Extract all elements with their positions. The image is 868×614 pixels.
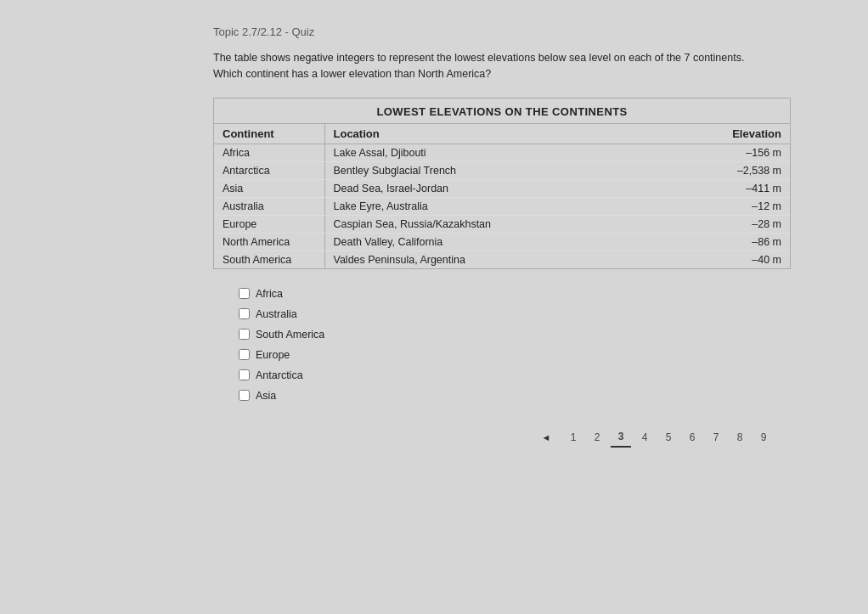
cell-location: Caspian Sea, Russia/Kazakhstan	[324, 215, 545, 233]
option-label: Antarctica	[256, 369, 303, 381]
option-checkbox[interactable]	[239, 329, 250, 340]
answer-option-item[interactable]: Antarctica	[239, 369, 791, 381]
answer-option-item[interactable]: South America	[239, 329, 791, 341]
table-row: Africa Lake Assal, Djibouti –156 m	[214, 144, 790, 161]
table-row: South America Valdes Peninsula, Argentin…	[214, 251, 790, 268]
answer-option-item[interactable]: Australia	[239, 308, 791, 320]
topic-title: Topic 2.7/2.12 - Quiz	[213, 25, 791, 38]
answer-option-item[interactable]: Asia	[239, 390, 791, 402]
option-checkbox[interactable]	[239, 308, 250, 319]
cell-location: Valdes Peninsula, Argentina	[324, 251, 545, 268]
page-btn-1[interactable]: 1	[563, 427, 583, 448]
cell-elevation: –40 m	[545, 251, 790, 268]
page-btn-3[interactable]: 3	[611, 427, 631, 448]
cell-continent: Europe	[214, 215, 324, 233]
page-btn-9[interactable]: 9	[753, 427, 774, 448]
cell-location: Lake Assal, Djibouti	[324, 144, 545, 161]
pagination-prev[interactable]: ◄	[536, 427, 556, 448]
col-header-continent: Continent	[214, 124, 324, 144]
elevations-table: Continent Location Elevation Africa Lake…	[214, 124, 790, 268]
cell-elevation: –86 m	[545, 233, 790, 251]
option-checkbox[interactable]	[239, 349, 250, 360]
answer-option-item[interactable]: Africa	[239, 288, 791, 300]
cell-elevation: –411 m	[545, 179, 790, 197]
cell-elevation: –2,538 m	[545, 161, 790, 179]
instructions: The table shows negative integers to rep…	[213, 50, 791, 82]
option-label: Europe	[256, 349, 290, 361]
table-row: Antarctica Bentley Subglacial Trench –2,…	[214, 161, 790, 179]
table-row: Australia Lake Eyre, Australia –12 m	[214, 197, 790, 215]
cell-elevation: –156 m	[545, 144, 790, 161]
elevations-table-container: LOWEST ELEVATIONS ON THE CONTINENTS Cont…	[213, 98, 791, 269]
option-checkbox[interactable]	[239, 369, 250, 380]
table-row: Europe Caspian Sea, Russia/Kazakhstan –2…	[214, 215, 790, 233]
pagination: ◄123456789	[213, 427, 791, 473]
cell-continent: Africa	[214, 144, 324, 161]
cell-elevation: –12 m	[545, 197, 790, 215]
cell-location: Bentley Subglacial Trench	[324, 161, 545, 179]
col-header-elevation: Elevation	[545, 124, 790, 144]
page-btn-8[interactable]: 8	[730, 427, 750, 448]
page-btn-5[interactable]: 5	[658, 427, 679, 448]
cell-continent: South America	[214, 251, 324, 268]
cell-continent: North America	[214, 233, 324, 251]
cell-continent: Antarctica	[214, 161, 324, 179]
option-checkbox[interactable]	[239, 390, 250, 401]
answer-options: Africa Australia South America Europe An…	[239, 288, 791, 402]
page-btn-2[interactable]: 2	[587, 427, 607, 448]
table-row: Asia Dead Sea, Israel-Jordan –411 m	[214, 179, 790, 197]
page-btn-7[interactable]: 7	[706, 427, 726, 448]
cell-elevation: –28 m	[545, 215, 790, 233]
option-label: South America	[256, 329, 324, 341]
option-label: Asia	[256, 390, 276, 402]
option-label: Australia	[256, 308, 297, 320]
table-title: LOWEST ELEVATIONS ON THE CONTINENTS	[214, 99, 790, 124]
col-header-location: Location	[324, 124, 545, 144]
page-btn-4[interactable]: 4	[634, 427, 655, 448]
cell-location: Death Valley, California	[324, 233, 545, 251]
option-checkbox[interactable]	[239, 288, 250, 299]
cell-location: Lake Eyre, Australia	[324, 197, 545, 215]
page-btn-6[interactable]: 6	[682, 427, 702, 448]
cell-continent: Asia	[214, 179, 324, 197]
option-label: Africa	[256, 288, 283, 300]
cell-location: Dead Sea, Israel-Jordan	[324, 179, 545, 197]
answer-option-item[interactable]: Europe	[239, 349, 791, 361]
cell-continent: Australia	[214, 197, 324, 215]
table-row: North America Death Valley, California –…	[214, 233, 790, 251]
